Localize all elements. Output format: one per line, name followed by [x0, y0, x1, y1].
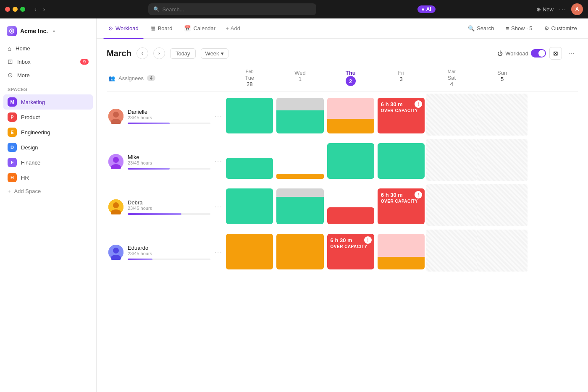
- search-icon: 🔍: [153, 6, 160, 12]
- sidebar-item-home[interactable]: ⌂ Home: [3, 42, 93, 55]
- sidebar-item-more[interactable]: ⊙ More: [3, 68, 93, 82]
- ai-badge[interactable]: ● AI: [417, 5, 436, 13]
- add-space-button[interactable]: + Add Space: [3, 185, 93, 197]
- tab-board[interactable]: ▦ Board: [145, 21, 178, 36]
- today-button[interactable]: Today: [170, 48, 196, 59]
- debra-block-feb28: [226, 188, 273, 224]
- eduardo-block-fri3: [378, 234, 425, 269]
- app-layout: Acme Inc. ▾ ⌂ Home ⊡ Inbox 9 ⊙ More Spac…: [0, 18, 588, 392]
- show-toolbar-button[interactable]: ≡ Show · 5: [501, 23, 536, 34]
- eduardo-cell-sun: [477, 230, 527, 272]
- spaces-section-label: Spaces: [3, 82, 93, 94]
- daynum-4: 4: [426, 81, 477, 87]
- month-mar: Mar: [426, 69, 477, 74]
- workspace-name: Acme Inc.: [20, 28, 48, 34]
- debra-over-label: OVER CAPACITY: [381, 199, 421, 204]
- board-tab-label: Board: [158, 25, 173, 31]
- ai-label: AI: [426, 6, 431, 12]
- col-header-thu2: Thu 2: [326, 68, 376, 88]
- mike-more-button[interactable]: ···: [215, 158, 223, 165]
- danielle-cell-feb28: [224, 94, 275, 136]
- eduardo-cell-fri3: [376, 230, 426, 272]
- eduardo-over-label: OVER CAPACITY: [331, 244, 371, 249]
- sidebar-item-engineering[interactable]: E Engineering: [3, 125, 93, 140]
- product-dot: P: [8, 112, 17, 122]
- engineering-label: Engineering: [21, 129, 50, 136]
- workspace-header[interactable]: Acme Inc. ▾: [3, 24, 93, 39]
- new-button[interactable]: ⊕ New: [536, 6, 554, 13]
- mike-progress-fill: [128, 168, 170, 170]
- search-input[interactable]: [162, 6, 311, 13]
- sidebar-item-product[interactable]: P Product: [3, 110, 93, 125]
- topbar: ‹ › 🔍 ● AI ⊕ New ⋯ A: [0, 0, 588, 18]
- eduardo-progress-bar: [128, 259, 210, 260]
- workload-grid: 👥 Assignees 4 Feb Tue 28 Wed 1: [107, 68, 578, 272]
- debra-name: Debra: [128, 199, 210, 206]
- tab-workload[interactable]: ⊙ Workload: [103, 21, 144, 36]
- day-thu: Thu: [326, 70, 376, 76]
- new-circle-icon: ⊕: [536, 6, 541, 13]
- user-avatar[interactable]: A: [571, 3, 583, 15]
- svg-point-6: [113, 157, 119, 163]
- sidebar: Acme Inc. ▾ ⌂ Home ⊡ Inbox 9 ⊙ More Spac…: [0, 18, 97, 392]
- grid-icon[interactable]: ⋯: [559, 5, 566, 14]
- week-selector[interactable]: Week ▾: [201, 48, 228, 59]
- week-chevron-icon: ▾: [221, 50, 224, 57]
- add-tab-icon: +: [226, 25, 229, 31]
- danielle-cell-fri3: 6 h 30 m OVER CAPACITY !: [376, 94, 426, 136]
- sidebar-item-inbox[interactable]: ⊡ Inbox 9: [3, 55, 93, 68]
- mike-block-feb28: [226, 158, 273, 179]
- eduardo-warning-icon: !: [364, 236, 372, 244]
- debra-more-button[interactable]: ···: [215, 203, 223, 211]
- calendar-tab-icon: 📅: [184, 25, 191, 31]
- sidebar-item-hr[interactable]: H HR: [3, 170, 93, 185]
- danielle-avatar: [108, 109, 123, 124]
- sidebar-item-design[interactable]: D Design: [3, 140, 93, 155]
- grid-header: 👥 Assignees 4 Feb Tue 28 Wed 1: [107, 68, 578, 92]
- eduardo-more-button[interactable]: ···: [215, 248, 223, 256]
- workload-toggle[interactable]: ⏻ Workload: [497, 49, 546, 57]
- topbar-right: ⊕ New ⋯ A: [536, 3, 583, 15]
- back-button[interactable]: ‹: [32, 5, 39, 13]
- svg-point-9: [113, 202, 119, 208]
- add-tab-button[interactable]: + Add: [222, 23, 244, 34]
- eduardo-cell-wed1: [275, 230, 325, 272]
- show-icon: ≡: [506, 25, 509, 31]
- col-header-sun5: Sun 5: [477, 68, 527, 88]
- more-label: More: [17, 72, 30, 78]
- debra-cell-thu2: [326, 184, 376, 226]
- workspace-logo: [7, 26, 17, 36]
- danielle-more-button[interactable]: ···: [215, 112, 223, 120]
- search-toolbar-label: Search: [477, 25, 494, 31]
- debra-cell-wed1: [275, 184, 325, 226]
- sidebar-item-finance[interactable]: F Finance: [3, 155, 93, 170]
- search-toolbar-button[interactable]: 🔍 Search: [464, 23, 498, 34]
- debra-hours: 23/45 hours: [128, 206, 210, 211]
- next-month-button[interactable]: ›: [153, 47, 165, 59]
- danielle-info: Danielle 23/45 hours ···: [107, 94, 224, 136]
- minimize-button[interactable]: [13, 7, 18, 12]
- week-label: Week: [205, 50, 219, 57]
- customize-toolbar-button[interactable]: ⚙ Customize: [540, 23, 581, 34]
- tab-bar: ⊙ Workload ▦ Board 📅 Calendar + Add 🔍 Se…: [97, 18, 588, 39]
- mike-avatar: [108, 154, 123, 169]
- marketing-dot: M: [8, 97, 17, 107]
- prev-month-button[interactable]: ‹: [136, 47, 148, 59]
- content-area: March ‹ › Today Week ▾ ⏻ Workload ⊠: [97, 39, 588, 392]
- mike-info: Mike 23/45 hours ···: [107, 139, 224, 181]
- daynum-5: 5: [477, 76, 527, 82]
- assignees-count: 4: [147, 75, 155, 81]
- sidebar-item-marketing[interactable]: M Marketing: [3, 94, 93, 110]
- forward-button[interactable]: ›: [41, 5, 48, 13]
- browser-search[interactable]: 🔍: [148, 3, 316, 15]
- debra-progress-bar: [128, 213, 210, 215]
- svg-point-1: [11, 30, 13, 32]
- toggle-switch[interactable]: [531, 49, 546, 57]
- tab-calendar[interactable]: 📅 Calendar: [179, 21, 220, 36]
- filter-button[interactable]: ⊠: [549, 47, 562, 60]
- maximize-button[interactable]: [20, 7, 25, 12]
- eduardo-block-thu2: 6 h 30 m OVER CAPACITY !: [327, 234, 374, 269]
- close-button[interactable]: [5, 7, 10, 12]
- more-options-button[interactable]: ···: [565, 47, 578, 60]
- inbox-badge: 9: [80, 59, 89, 65]
